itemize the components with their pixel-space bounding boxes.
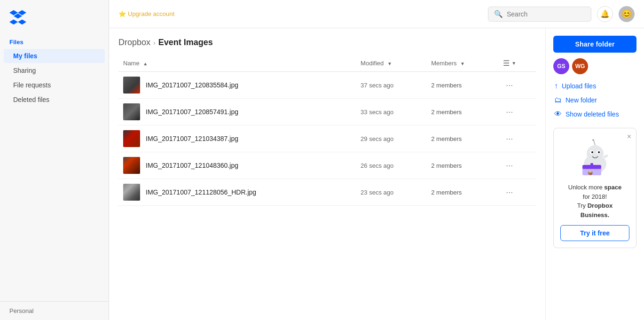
breadcrumb: Dropbox › Event Images bbox=[118, 28, 536, 55]
promo-close-button[interactable]: × bbox=[627, 133, 631, 140]
file-thumbnail-1 bbox=[123, 103, 140, 120]
show-deleted-label: Show deleted files bbox=[565, 110, 619, 118]
avatar-icon: 😊 bbox=[621, 9, 632, 19]
new-folder-label: New folder bbox=[565, 96, 597, 104]
file-thumbnail-0 bbox=[123, 77, 140, 94]
members-sort-icon: ▼ bbox=[460, 61, 465, 66]
file-members-1: 2 members bbox=[426, 99, 498, 125]
table-row[interactable]: IMG_20171007_121048360.jpg 26 secs ago 2… bbox=[118, 152, 536, 179]
table-row[interactable]: IMG_20171007_120835584.jpg 37 secs ago 2… bbox=[118, 72, 536, 99]
file-name-0: IMG_20171007_120835584.jpg bbox=[146, 81, 238, 89]
dropbox-logo-icon bbox=[9, 8, 26, 25]
file-members-0: 2 members bbox=[426, 72, 498, 99]
file-name-cell-2: IMG_20171007_121034387.jpg bbox=[118, 125, 356, 152]
sidebar-item-file-requests-label: File requests bbox=[13, 81, 51, 89]
sidebar-item-my-files-label: My files bbox=[13, 52, 37, 60]
file-more-2: ··· bbox=[498, 125, 536, 152]
file-name-cell-3: IMG_20171007_121048360.jpg bbox=[118, 152, 356, 179]
search-icon: 🔍 bbox=[494, 10, 503, 18]
file-name-2: IMG_20171007_121034387.jpg bbox=[146, 135, 238, 142]
file-members-2: 2 members bbox=[426, 125, 498, 152]
list-view-icon: ☰ bbox=[503, 59, 510, 68]
file-area: Dropbox › Event Images Name ▲ Modified ▼ bbox=[109, 28, 545, 320]
member-wg-initials: WG bbox=[575, 63, 585, 70]
deleted-icon: 👁 bbox=[554, 110, 562, 118]
file-members-3: 2 members bbox=[426, 152, 498, 179]
file-more-4: ··· bbox=[498, 179, 536, 206]
svg-marker-3 bbox=[9, 19, 18, 24]
show-deleted-action[interactable]: 👁 Show deleted files bbox=[553, 108, 636, 120]
file-more-0: ··· bbox=[498, 72, 536, 99]
file-table: Name ▲ Modified ▼ Members ▼ bbox=[118, 55, 536, 206]
file-name-3: IMG_20171007_121048360.jpg bbox=[146, 162, 238, 169]
member-avatars: GS WG bbox=[553, 58, 636, 74]
file-members-4: 2 members bbox=[426, 179, 498, 206]
file-modified-1: 33 secs ago bbox=[356, 99, 426, 125]
breadcrumb-current: Event Images bbox=[158, 38, 213, 47]
breadcrumb-separator: › bbox=[153, 39, 156, 47]
sidebar-nav: Files My files Sharing File requests Del… bbox=[0, 34, 109, 111]
sidebar-item-file-requests[interactable]: File requests bbox=[4, 78, 105, 92]
svg-text:📦: 📦 bbox=[588, 170, 593, 176]
new-folder-action[interactable]: 🗂 New folder bbox=[553, 94, 636, 106]
member-avatar-gs: GS bbox=[553, 58, 569, 74]
upload-files-label: Upload files bbox=[562, 82, 596, 90]
sidebar-item-sharing-label: Sharing bbox=[13, 67, 36, 74]
logo-area bbox=[0, 0, 109, 34]
member-gs-initials: GS bbox=[557, 63, 565, 70]
sidebar: Files My files Sharing File requests Del… bbox=[0, 0, 109, 320]
col-members[interactable]: Members ▼ bbox=[426, 55, 498, 72]
upgrade-label: Upgrade account bbox=[128, 10, 174, 17]
col-name[interactable]: Name ▲ bbox=[118, 55, 356, 72]
sidebar-item-sharing[interactable]: Sharing bbox=[4, 63, 105, 78]
file-thumbnail-2 bbox=[123, 130, 140, 147]
promo-line3: Try bbox=[577, 202, 588, 209]
file-thumbnail-3 bbox=[123, 157, 140, 174]
svg-rect-11 bbox=[603, 154, 608, 158]
promo-mascot-icon: 📦 bbox=[574, 136, 616, 178]
upload-icon: ↑ bbox=[554, 82, 558, 90]
table-row[interactable]: IMG_20171007_121034387.jpg 29 secs ago 2… bbox=[118, 125, 536, 152]
col-modified[interactable]: Modified ▼ bbox=[356, 55, 426, 72]
file-more-button-3[interactable]: ··· bbox=[503, 160, 516, 172]
star-icon: ⭐ bbox=[118, 10, 126, 17]
col-view[interactable]: ☰ ▼ bbox=[498, 55, 536, 72]
file-name-1: IMG_20171007_120857491.jpg bbox=[146, 108, 238, 116]
sidebar-item-deleted-files[interactable]: Deleted files bbox=[4, 93, 105, 107]
search-input[interactable] bbox=[507, 10, 585, 18]
user-avatar[interactable]: 😊 bbox=[619, 6, 635, 22]
svg-marker-4 bbox=[18, 19, 26, 24]
file-more-button-2[interactable]: ··· bbox=[503, 133, 516, 145]
file-modified-0: 37 secs ago bbox=[356, 72, 426, 99]
notification-bell[interactable]: 🔔 bbox=[597, 6, 613, 22]
name-sort-icon: ▲ bbox=[143, 61, 148, 66]
upgrade-link[interactable]: ⭐ Upgrade account bbox=[118, 10, 174, 17]
folder-icon: 🗂 bbox=[554, 96, 562, 104]
promo-line2: for 2018! bbox=[583, 193, 607, 200]
sidebar-files-section: Files bbox=[0, 34, 109, 48]
content-area: Dropbox › Event Images Name ▲ Modified ▼ bbox=[109, 28, 644, 320]
search-bar[interactable]: 🔍 bbox=[488, 7, 591, 22]
file-more-button-1[interactable]: ··· bbox=[503, 106, 516, 118]
file-more-button-0[interactable]: ··· bbox=[503, 79, 516, 91]
main-area: ⭐ Upgrade account 🔍 🔔 😊 Dropbox › Event … bbox=[109, 0, 644, 320]
try-it-free-button[interactable]: Try it free bbox=[560, 225, 629, 241]
col-modified-label: Modified bbox=[361, 60, 384, 67]
sidebar-item-deleted-files-label: Deleted files bbox=[13, 96, 49, 103]
promo-text: Unlock more space for 2018! Try DropboxB… bbox=[568, 183, 621, 219]
promo-line1: Unlock more bbox=[568, 184, 605, 191]
bell-icon: 🔔 bbox=[600, 9, 610, 18]
upload-files-action[interactable]: ↑ Upload files bbox=[553, 80, 636, 92]
table-row[interactable]: IMG_20171007_120857491.jpg 33 secs ago 2… bbox=[118, 99, 536, 125]
file-modified-3: 26 secs ago bbox=[356, 152, 426, 179]
col-name-label: Name bbox=[123, 60, 140, 67]
sidebar-item-my-files[interactable]: My files bbox=[4, 49, 105, 63]
svg-point-10 bbox=[598, 151, 600, 153]
file-more-button-4[interactable]: ··· bbox=[503, 187, 516, 198]
breadcrumb-root[interactable]: Dropbox bbox=[118, 38, 150, 47]
topbar: ⭐ Upgrade account 🔍 🔔 😊 bbox=[109, 0, 644, 28]
share-folder-button[interactable]: Share folder bbox=[553, 36, 636, 53]
file-name-4: IMG_20171007_121128056_HDR.jpg bbox=[146, 188, 256, 196]
right-panel: Share folder GS WG ↑ Upload files 🗂 New … bbox=[545, 28, 644, 320]
table-row[interactable]: IMG_20171007_121128056_HDR.jpg 23 secs a… bbox=[118, 179, 536, 206]
